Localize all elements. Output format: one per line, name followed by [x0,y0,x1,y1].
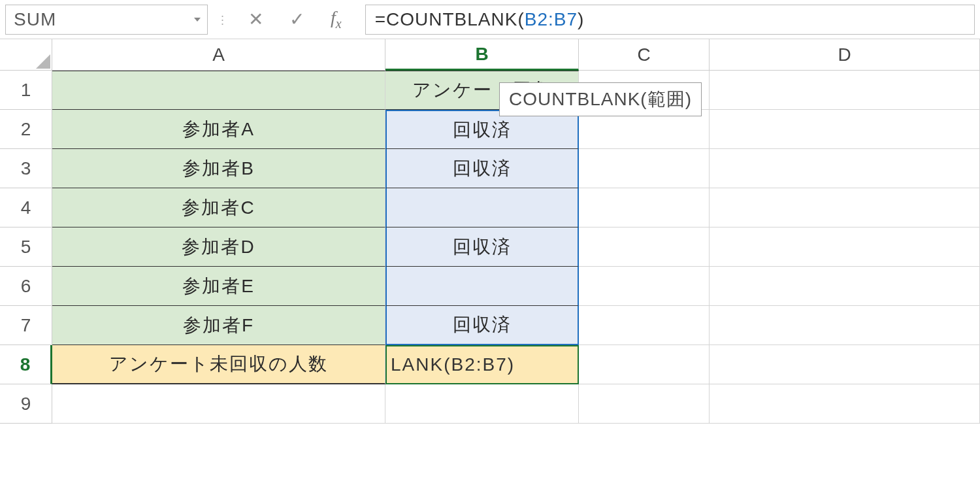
col-header-C[interactable]: C [579,39,710,71]
fx-icon[interactable]: fx [331,7,342,31]
cell-D3[interactable] [710,149,980,188]
cell-D7[interactable] [710,306,980,345]
select-all-corner[interactable] [0,39,52,71]
column-headers: A B C D [0,39,980,71]
formula-input[interactable]: =COUNTBLANK(B2:B7) [365,5,975,35]
cell-A9[interactable] [52,384,385,424]
cell-D9[interactable] [710,384,980,424]
cell-C7[interactable] [579,306,710,345]
row-header-5[interactable]: 5 [0,227,52,267]
cell-B6[interactable] [385,267,579,306]
cell-A1[interactable] [52,71,385,110]
cell-C9[interactable] [579,384,710,424]
formula-bar-buttons: ✕ ✓ fx [238,7,352,31]
cell-C8[interactable] [579,345,710,384]
row-header-1[interactable]: 1 [0,71,52,110]
cell-B9[interactable] [385,384,579,424]
cell-C3[interactable] [579,149,710,188]
col-header-D[interactable]: D [710,39,980,71]
drag-dots-icon: ··· [221,14,225,25]
cell-C5[interactable] [579,227,710,267]
cell-A2[interactable]: 参加者A [52,110,385,149]
row-header-2[interactable]: 2 [0,110,52,149]
cancel-icon[interactable]: ✕ [248,8,263,30]
cell-A4[interactable]: 参加者C [52,188,385,227]
col-header-A[interactable]: A [52,39,385,71]
formula-ref: B2:B7 [525,9,578,30]
cell-B7[interactable]: 回収済 [385,306,579,345]
chevron-down-icon[interactable] [194,18,201,22]
row-header-6[interactable]: 6 [0,267,52,306]
cell-B8-editing[interactable]: LANK(B2:B7) [385,345,579,384]
name-box-value: SUM [14,9,56,30]
function-tooltip[interactable]: COUNTBLANK(範囲) [499,82,702,116]
cell-C6[interactable] [579,267,710,306]
formula-suffix: ) [578,9,584,30]
cell-B5[interactable]: 回収済 [385,227,579,267]
row-header-8[interactable]: 8 [0,345,52,384]
cell-D6[interactable] [710,267,980,306]
name-box[interactable]: SUM [5,5,208,35]
cell-A6[interactable]: 参加者E [52,267,385,306]
row-header-4[interactable]: 4 [0,188,52,227]
cell-C4[interactable] [579,188,710,227]
row-header-7[interactable]: 7 [0,306,52,345]
cell-A8[interactable]: アンケート未回収の人数 [52,345,385,384]
row-header-9[interactable]: 9 [0,384,52,424]
cell-A7[interactable]: 参加者F [52,306,385,345]
formula-bar: SUM ··· ✕ ✓ fx =COUNTBLANK(B2:B7) [0,0,980,39]
cell-D1[interactable] [710,71,980,110]
cell-A5[interactable]: 参加者D [52,227,385,267]
cell-D4[interactable] [710,188,980,227]
cell-A3[interactable]: 参加者B [52,149,385,188]
confirm-icon[interactable]: ✓ [289,8,304,30]
cell-B4[interactable] [385,188,579,227]
cell-B3[interactable]: 回収済 [385,149,579,188]
spreadsheet-grid: 1 アンケート回収 2 参加者A 回収済 3 参加者B 回収済 4 参加者C 5… [0,71,980,424]
tooltip-text: COUNTBLANK(範囲) [509,89,692,109]
row-header-3[interactable]: 3 [0,149,52,188]
cell-D2[interactable] [710,110,980,149]
formula-prefix: =COUNTBLANK( [375,9,525,30]
cell-D5[interactable] [710,227,980,267]
col-header-B[interactable]: B [385,39,579,71]
cell-D8[interactable] [710,345,980,384]
